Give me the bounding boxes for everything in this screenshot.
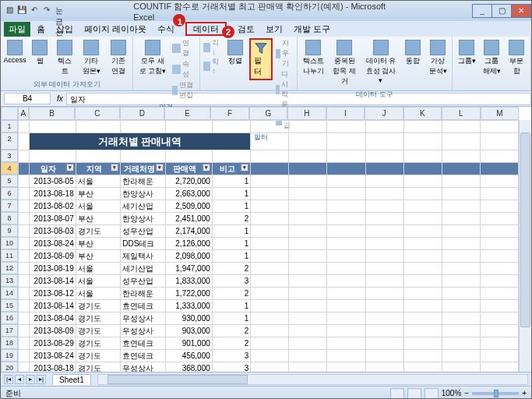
- menu-data[interactable]: 데이터: [185, 22, 227, 36]
- menu-view[interactable]: 보기: [261, 22, 287, 37]
- row-header-2[interactable]: 2: [1, 132, 18, 150]
- menu-pagelayout[interactable]: 페이지 레이아웃: [79, 22, 151, 37]
- view-pagebreak[interactable]: [425, 388, 439, 399]
- save-icon[interactable]: 💾: [16, 5, 27, 16]
- btn-refresh[interactable]: 모두 새로 고침▾: [136, 38, 169, 78]
- tab-nav-next[interactable]: ▸: [26, 375, 35, 384]
- maximize-button[interactable]: ▢: [491, 4, 512, 18]
- menu-developer[interactable]: 개발 도구: [289, 22, 335, 37]
- menu-review[interactable]: 검토: [233, 22, 259, 37]
- name-box[interactable]: B4: [4, 93, 51, 104]
- btn-other[interactable]: 기타 원본▾: [79, 38, 104, 78]
- annotation-1: 1: [173, 14, 185, 26]
- btn-removedup[interactable]: 중복된 항목 제거: [329, 38, 360, 88]
- btn-clear[interactable]: 지우기: [276, 38, 294, 69]
- row-header-5[interactable]: 5: [1, 175, 18, 187]
- row-header-1[interactable]: 1: [1, 120, 18, 132]
- btn-subtotal[interactable]: 부분합: [506, 38, 527, 78]
- row-header-19[interactable]: 19: [1, 349, 18, 362]
- excel-icon: ▧: [4, 5, 15, 16]
- row-header-10[interactable]: 10: [1, 237, 18, 249]
- row-header-9[interactable]: 9: [1, 224, 18, 237]
- row-header-14[interactable]: 14: [1, 287, 18, 299]
- btn-filter[interactable]: 필터: [249, 38, 273, 80]
- btn-prop[interactable]: 속성: [172, 59, 196, 79]
- zoom-slider[interactable]: [472, 392, 519, 395]
- tab-nav-prev[interactable]: ◂: [15, 375, 24, 384]
- btn-ungroup[interactable]: 그룹 해제▾: [481, 38, 502, 78]
- btn-text[interactable]: 텍스트: [54, 38, 76, 78]
- menubar: 파일 홈 삽입 페이지 레이아웃 수식 1 데이터 검토 보기 개발 도구: [1, 21, 531, 37]
- close-button[interactable]: ✕: [511, 4, 531, 18]
- menu-home[interactable]: 홈: [32, 22, 50, 37]
- row-headers[interactable]: 1234567891011121314151617181920212223: [1, 120, 18, 372]
- col-header-B[interactable]: B: [29, 107, 75, 120]
- annotation-2: 2: [222, 26, 234, 38]
- col-header-G[interactable]: G: [249, 107, 287, 120]
- row-header-20[interactable]: 20: [1, 362, 18, 372]
- row-header-12[interactable]: 12: [1, 262, 18, 274]
- sheet-tab-bar: |◂ ◂ ▸ ▸| Sheet1: [1, 372, 531, 386]
- row-header-7[interactable]: 7: [1, 200, 18, 212]
- col-header-I[interactable]: I: [326, 107, 365, 120]
- btn-editlinks[interactable]: 연결 편집: [172, 80, 196, 101]
- sheet-tab[interactable]: Sheet1: [52, 374, 91, 385]
- row-header-17[interactable]: 17: [1, 324, 18, 337]
- view-layout[interactable]: [407, 388, 421, 399]
- row-header-11[interactable]: 11: [1, 249, 18, 262]
- row-header-4[interactable]: 4: [1, 162, 18, 175]
- menu-file[interactable]: 파일: [4, 22, 30, 37]
- zoom-out[interactable]: −: [464, 389, 469, 397]
- row-header-3[interactable]: 3: [1, 150, 18, 162]
- col-header-C[interactable]: C: [75, 107, 119, 120]
- group-datatools: 데이터 도구: [356, 90, 393, 100]
- worksheet-grid[interactable]: ABCDEFGHIJKLM 12345678910111213141516171…: [1, 107, 531, 372]
- zoom-level: 100%: [442, 389, 462, 397]
- qa-option[interactable]: 눈금선: [54, 5, 65, 16]
- col-header-E[interactable]: E: [164, 107, 210, 120]
- vertical-scrollbar[interactable]: [519, 120, 531, 372]
- row-header-8[interactable]: 8: [1, 212, 18, 224]
- col-header-L[interactable]: L: [442, 107, 480, 120]
- cells-area[interactable]: 거래처별 판매내역일자▾지역▾거래처명▾판매액▾비고▾2013-08-05서울한…: [18, 120, 519, 372]
- btn-whatif[interactable]: 가상 분석▾: [427, 38, 449, 78]
- btn-sort-asc[interactable]: 긱↓: [203, 38, 221, 56]
- col-header-F[interactable]: F: [210, 107, 248, 120]
- funnel-icon: [254, 41, 268, 55]
- redo-icon[interactable]: ↷: [41, 5, 52, 16]
- minimize-button[interactable]: _: [472, 4, 492, 18]
- col-header-A[interactable]: A: [18, 107, 29, 120]
- zoom-in[interactable]: +: [522, 389, 527, 397]
- btn-access[interactable]: Access: [4, 38, 26, 65]
- btn-existing[interactable]: 기존 연결: [107, 38, 129, 78]
- btn-reapply[interactable]: 다시 적용: [276, 69, 294, 110]
- titlebar: ▧ 💾 ↶ ↷ 눈금선 COUNTIF 함수로 거래처별 최고 판매액 확인하기…: [1, 1, 531, 21]
- btn-conn[interactable]: 연결: [172, 38, 196, 58]
- horizontal-scrollbar[interactable]: [97, 374, 528, 385]
- tab-nav-first[interactable]: |◂: [4, 375, 13, 384]
- row-header-18[interactable]: 18: [1, 337, 18, 349]
- col-header-K[interactable]: K: [403, 107, 442, 120]
- btn-validation[interactable]: 데이터 유효성 검사▾: [363, 38, 399, 86]
- col-header-D[interactable]: D: [120, 107, 164, 120]
- tab-nav-last[interactable]: ▸|: [37, 375, 46, 384]
- col-header-J[interactable]: J: [365, 107, 403, 120]
- btn-sort-desc[interactable]: 힉↑: [203, 57, 221, 75]
- row-header-13[interactable]: 13: [1, 274, 18, 287]
- row-header-15[interactable]: 15: [1, 299, 18, 312]
- col-header-M[interactable]: M: [481, 107, 519, 120]
- row-header-16[interactable]: 16: [1, 312, 18, 324]
- btn-group[interactable]: 그룹▾: [456, 38, 477, 68]
- btn-web[interactable]: 웹: [29, 38, 51, 68]
- undo-icon[interactable]: ↶: [29, 5, 40, 16]
- select-all-corner[interactable]: [1, 107, 18, 120]
- btn-sort[interactable]: 정렬: [224, 38, 246, 68]
- fx-icon[interactable]: fx: [54, 94, 66, 103]
- view-normal[interactable]: [390, 388, 404, 399]
- column-headers[interactable]: ABCDEFGHIJKLM: [18, 107, 519, 120]
- row-header-6[interactable]: 6: [1, 187, 18, 200]
- btn-consolidate[interactable]: 통합: [402, 38, 424, 68]
- btn-texttocol[interactable]: 텍스트 나누기: [301, 38, 326, 78]
- quick-access: ▧ 💾 ↶ ↷ 눈금선: [1, 5, 68, 16]
- col-header-H[interactable]: H: [287, 107, 326, 120]
